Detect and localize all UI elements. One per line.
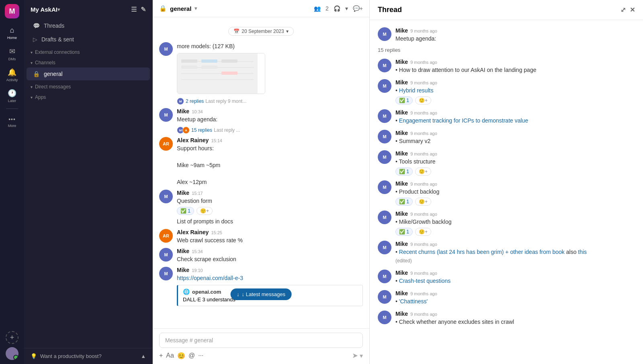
emoji-button[interactable]: 😊 [177,352,185,360]
calendar-icon: 📅 [233,29,240,34]
msg-author: Mike [395,79,408,86]
msg-text: • How to draw attention to our AskAI on … [395,66,635,74]
add-workspace-button[interactable]: + [6,331,18,344]
user-avatar[interactable] [6,347,18,360]
hybrid-results-link[interactable]: Hybrid results [399,87,434,94]
mention-button[interactable]: @ [188,352,195,359]
add-people-icon[interactable]: 💬+ [353,5,363,12]
reaction-checkmark[interactable]: ✅ 1 [395,228,413,236]
add-attachment-button[interactable]: + [159,352,163,359]
replies-time: Last reply ... [214,127,240,133]
apps-section[interactable]: ▾ Apps [24,91,152,102]
add-reaction-button[interactable]: 🙂+ [415,96,431,104]
avatar: M [378,241,391,254]
crash-test-link[interactable]: Crash-test questions [399,278,451,284]
msg-meta: Mike 9 months ago [395,270,635,276]
threads-icon: 💬 [33,22,40,29]
rail-activity[interactable]: 🔔 Activity [2,65,22,84]
churns-link[interactable]: Recent churns (last 24 hrs has been grim… [399,249,565,255]
reaction-row: ✅ 1 🙂+ [177,207,363,215]
ext-connections-section[interactable]: ▾ External connections [24,46,152,57]
members-icon[interactable]: 👥 [314,5,321,12]
expand-thread-icon[interactable]: ⤢ [620,6,626,14]
sidebar-item-drafts[interactable]: ▷ Drafts & sent [27,33,150,46]
msg-text: Web crawl success rate % [177,236,363,245]
more-options-button[interactable]: ··· [198,352,203,359]
chattiness-link[interactable]: 'Chattiness' [399,298,428,305]
add-reaction-button[interactable]: 🙂+ [415,198,431,206]
workspace-name[interactable]: My AskAI [31,6,57,13]
rail-later[interactable]: 🕐 Later [2,86,22,105]
msg-text: • Tools structure [395,157,635,166]
filter-icon[interactable]: ☰ [131,6,137,13]
msg-text: • Mike/Growth backlog [395,218,635,226]
latest-messages-button[interactable]: ↓ ↓ Latest messages [230,288,292,300]
msg-content: Mike 9 months ago • Recent churns (last … [395,241,635,265]
add-reaction-button[interactable]: 🙂+ [415,228,431,236]
add-reaction-button[interactable]: 🙂+ [197,207,213,215]
svg-rect-8 [181,65,197,69]
compose-icon[interactable]: ✎ [141,6,146,13]
msg-meta: Alex Rainey 15:14 [177,137,363,143]
this-link[interactable]: this [578,249,587,255]
reaction-checkmark[interactable]: ✅ 1 [395,198,413,206]
msg-author: Mike [395,59,408,65]
date-badge[interactable]: 📅 20 September 2023 ▾ [228,27,293,36]
msg-time: 9 months ago [410,131,437,136]
send-button-group: ➤ ▾ [352,351,363,360]
sidebar-item-general[interactable]: 🔒 general [27,67,150,80]
msg-time: 15:25 [211,230,222,235]
msg-content: Mike 9 months ago • Mike/Growth backlog … [395,211,635,236]
msg-meta: Mike 9 months ago [395,311,635,317]
rail-home[interactable]: ⌂ Home [2,23,22,43]
format-text-button[interactable]: Aa [166,352,174,359]
workspace-dropdown-arrow[interactable]: ▾ [57,7,60,12]
msg-content: Mike 15:34 Check scrape exclusion [177,248,363,264]
reply-link[interactable]: M 2 replies Last reply 9 mont... [177,98,246,105]
dm-arrow: ▾ [31,85,33,89]
msg-author: Mike [395,109,408,116]
msg-content: Mike 9 months ago • Crash-test questions [395,270,635,285]
app-logo: M [5,4,19,18]
svg-rect-6 [201,59,217,63]
msg-content: Mike 9 months ago • Engagement tracking … [395,109,635,125]
msg-text: Meetup agenda: [395,35,635,43]
add-reaction-button[interactable]: 🙂+ [415,168,431,176]
reply-link[interactable]: M A 15 replies Last reply ... [177,127,240,134]
rail-dms[interactable]: ✉ DMs [2,44,22,63]
close-thread-button[interactable]: ✕ [630,6,635,14]
msg-content: Mike 9 months ago • 'Chattiness' [395,290,635,306]
msg-text: Support hours:Mike ~9am ~5pmAlex ~12pm [177,144,363,186]
openai-link[interactable]: https://openai.com/dall-e-3 [177,275,243,281]
avatar: M [159,267,173,280]
productivity-footer[interactable]: 💡 Want a productivity boost? ▲ [24,348,152,364]
msg-text: • Hybrid results [395,86,635,95]
send-dropdown[interactable]: ▾ [360,352,363,360]
audio-dropdown[interactable]: ▾ [345,5,348,12]
channel-dropdown-arrow[interactable]: ▾ [195,6,197,11]
channels-section[interactable]: ▾ Channels [24,57,152,67]
product-backlog-text: • Product backlog [395,188,635,196]
chat-messages: 📅 20 September 2023 ▾ M more models: (12… [153,17,369,328]
send-icon[interactable]: ➤ [352,351,358,360]
msg-content: Mike 9 months ago • Hybrid results ✅ 1 🙂… [395,79,635,104]
msg-content: Mike 9 months ago • Tools structure ✅ 1 … [395,150,635,176]
msg-author: Mike [395,241,408,247]
msg-meta: Mike 9 months ago [395,59,635,65]
dm-section[interactable]: ▾ Direct messages [24,81,152,91]
msg-text: Meetup agenda: [177,115,363,124]
reaction-checkmark[interactable]: ✅ 1 [395,96,413,104]
sidebar: My AskAI ▾ ☰ ✎ 💬 Threads ▷ Drafts & sent… [24,0,153,364]
table-row: AR Alex Rainey 15:14 Support hours:Mike … [153,135,369,188]
apps-arrow: ▾ [31,95,33,100]
message-input[interactable]: Message # general [159,333,363,348]
msg-author: Mike [177,267,189,273]
rail-more[interactable]: ••• More [2,112,22,131]
reaction-checkmark[interactable]: ✅ 1 [177,207,194,215]
audio-icon[interactable]: 🎧 [334,5,340,12]
channel-name[interactable]: general [170,5,191,12]
msg-text: • 'Chattiness' [395,297,635,306]
engagement-link[interactable]: Engagement tracking for ICPs to demonstr… [399,117,528,124]
sidebar-item-threads[interactable]: 💬 Threads [27,19,150,32]
reaction-checkmark[interactable]: ✅ 1 [395,168,413,176]
